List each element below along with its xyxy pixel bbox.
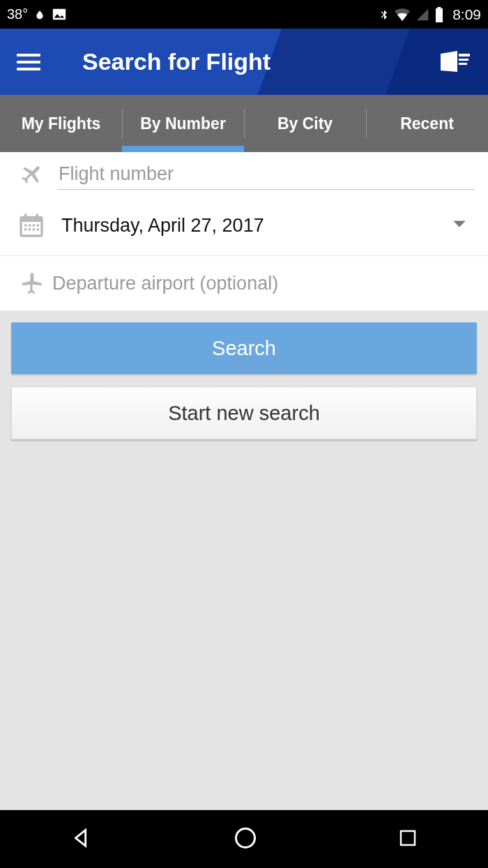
picture-icon (52, 7, 67, 22)
brand-icon[interactable] (438, 50, 471, 75)
svg-rect-11 (29, 224, 31, 226)
back-icon[interactable] (70, 826, 93, 853)
status-temperature: 38° (7, 6, 28, 22)
svg-rect-9 (36, 214, 38, 218)
buttons-area: Search Start new search (0, 311, 488, 451)
svg-rect-8 (24, 214, 26, 218)
svg-rect-19 (401, 831, 415, 845)
tab-label: My Flights (22, 114, 101, 133)
svg-rect-15 (29, 228, 31, 230)
start-new-search-button[interactable]: Start new search (11, 387, 477, 440)
tab-label: Recent (400, 114, 454, 133)
flight-number-input[interactable] (57, 158, 474, 190)
tab-by-city[interactable]: By City (244, 95, 366, 152)
page-title: Search for Flight (82, 48, 438, 75)
svg-rect-7 (21, 217, 42, 222)
app-bar: Search for Flight (0, 29, 488, 95)
tab-label: By City (277, 114, 333, 133)
svg-rect-13 (37, 224, 39, 226)
empty-area (0, 451, 488, 810)
svg-rect-17 (37, 228, 39, 230)
battery-icon (434, 7, 444, 22)
svg-rect-4 (459, 59, 468, 61)
svg-rect-0 (53, 8, 66, 20)
home-icon[interactable] (233, 825, 258, 853)
svg-rect-5 (459, 63, 467, 65)
button-label: Search (212, 337, 276, 360)
date-row[interactable]: Thursday, April 27, 2017 (0, 195, 488, 256)
status-time: 8:09 (452, 6, 481, 23)
calendar-icon (14, 211, 49, 239)
svg-rect-1 (438, 7, 441, 8)
chevron-down-icon (452, 219, 467, 232)
date-value: Thursday, April 27, 2017 (61, 215, 452, 237)
tab-my-flights[interactable]: My Flights (0, 95, 122, 152)
plane-icon (14, 269, 49, 297)
button-label: Start new search (168, 402, 320, 425)
svg-rect-12 (33, 224, 35, 226)
bluetooth-icon (379, 7, 390, 22)
flight-number-row (0, 152, 488, 195)
svg-point-18 (236, 828, 255, 847)
leaf-icon (35, 10, 45, 20)
tab-by-number[interactable]: By Number (122, 95, 244, 152)
search-button[interactable]: Search (11, 322, 477, 374)
status-bar: 38° 8:09 (0, 0, 488, 29)
svg-rect-16 (33, 228, 35, 230)
departure-airport-placeholder: Departure airport (optional) (52, 273, 474, 294)
recents-icon[interactable] (397, 828, 418, 851)
svg-rect-2 (436, 8, 443, 22)
android-nav-bar (0, 810, 488, 868)
svg-rect-3 (459, 54, 470, 57)
svg-rect-10 (24, 224, 26, 226)
departure-airport-row[interactable]: Departure airport (optional) (0, 256, 488, 311)
wifi-icon (394, 8, 411, 22)
plane-icon (14, 160, 49, 188)
menu-icon[interactable] (17, 54, 40, 70)
svg-rect-14 (24, 228, 26, 230)
cell-signal-icon (415, 8, 430, 22)
tab-recent[interactable]: Recent (366, 95, 488, 152)
search-form: Thursday, April 27, 2017 Departure airpo… (0, 152, 488, 311)
tabs: My Flights By Number By City Recent (0, 95, 488, 152)
tab-label: By Number (140, 114, 226, 133)
